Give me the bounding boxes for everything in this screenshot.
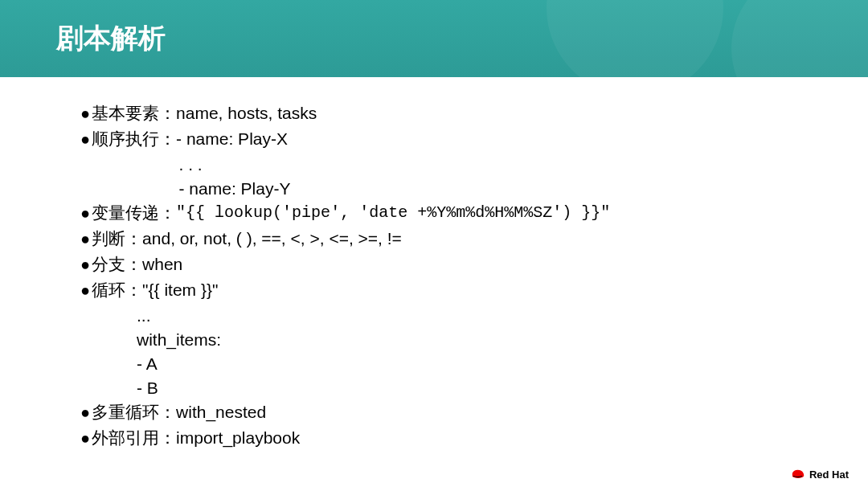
bullet-icon: ● [80,252,90,276]
sub-line: with_items: [80,328,868,352]
bullet-item: ● 变量传递： "{{ lookup('pipe', 'date +%Y%m%d… [80,201,868,225]
slide-content: ● 基本要素： name, hosts, tasks ● 顺序执行： - nam… [0,77,868,450]
bullet-item: ● 基本要素： name, hosts, tasks [80,101,868,125]
bullet-item: ● 外部引用： import_playbook [80,426,868,450]
bullet-label: 多重循环： [92,400,176,424]
slide-header: 剧本解析 [0,0,868,77]
bullet-icon: ● [80,426,90,450]
bullet-icon: ● [80,278,90,302]
bullet-label: 循环： [92,278,142,302]
sub-line: . . . [80,153,868,177]
bullet-label: 顺序执行： [92,127,176,151]
redhat-icon [790,468,806,481]
bullet-icon: ● [80,201,90,225]
sub-line: - A [80,352,868,376]
bullet-value: when [142,252,182,276]
bullet-value: and, or, not, ( ), ==, <, >, <=, >=, != [142,227,402,251]
bullet-value: import_playbook [176,426,300,450]
brand-text: Red Hat [809,469,849,481]
brand-logo: Red Hat [790,468,849,481]
bullet-value: "{{ lookup('pipe', 'date +%Y%m%d%H%M%SZ'… [176,201,610,225]
bullet-item: ● 判断： and, or, not, ( ), ==, <, >, <=, >… [80,227,868,251]
slide-title: 剧本解析 [56,20,166,57]
bullet-icon: ● [80,101,90,125]
bullet-value: "{{ item }}" [142,278,218,302]
sub-line: ... [80,304,868,328]
bullet-value: - name: Play-X [176,127,288,151]
sub-line: - name: Play-Y [80,177,868,201]
bullet-label: 分支： [92,252,142,276]
bullet-item: ● 多重循环： with_nested [80,400,868,424]
bullet-value: name, hosts, tasks [176,101,317,125]
bullet-label: 判断： [92,227,142,251]
bullet-item: ● 循环： "{{ item }}" [80,278,868,302]
bullet-label: 基本要素： [92,101,176,125]
bullet-value: with_nested [176,400,266,424]
bullet-icon: ● [80,400,90,424]
bullet-label: 外部引用： [92,426,176,450]
sub-line: - B [80,376,868,400]
bullet-item: ● 分支： when [80,252,868,276]
bullet-icon: ● [80,127,90,151]
bullet-icon: ● [80,227,90,251]
bullet-label: 变量传递： [92,201,176,225]
bullet-item: ● 顺序执行： - name: Play-X [80,127,868,151]
